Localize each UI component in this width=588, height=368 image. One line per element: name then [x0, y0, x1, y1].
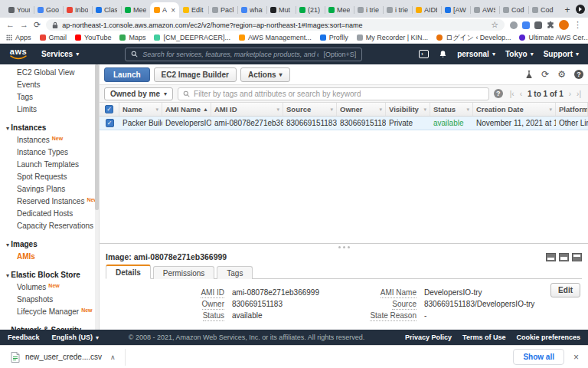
- show-all-downloads-button[interactable]: Show all: [513, 349, 564, 365]
- sidebar-item-instances[interactable]: InstancesNew: [0, 134, 99, 146]
- browser-tab[interactable]: Pack: [208, 2, 237, 18]
- aws-logo[interactable]: aws: [9, 48, 28, 60]
- browser-tab[interactable]: Meet: [121, 2, 150, 18]
- address-bar[interactable]: ap-northeast-1.console.aws.amazon.com/ec…: [46, 19, 505, 31]
- browser-tab[interactable]: AIDE: [412, 2, 441, 18]
- browser-tab[interactable]: [AWS: [441, 2, 470, 18]
- download-item[interactable]: new_user_crede....csv ∧: [9, 349, 126, 366]
- sidebar-item-reserved-instances[interactable]: Reserved InstancesNew: [0, 196, 99, 208]
- refresh-icon[interactable]: ⟳: [541, 70, 549, 79]
- browser-tab-active[interactable]: A×: [150, 2, 179, 18]
- prev-page-icon[interactable]: ‹: [520, 90, 522, 98]
- browser-tab[interactable]: Your: [5, 2, 34, 18]
- extension-icon[interactable]: [510, 21, 518, 29]
- tab-details[interactable]: Details: [106, 264, 151, 279]
- column-header-creation-date[interactable]: Creation Date▾: [473, 103, 556, 116]
- browser-tab[interactable]: what: [237, 2, 266, 18]
- pane-layout-top-icon[interactable]: [572, 253, 582, 261]
- browser-tab[interactable]: i trie: [354, 2, 383, 18]
- column-header-owner[interactable]: Owner▾: [337, 103, 386, 116]
- next-page-icon[interactable]: ›: [569, 90, 571, 98]
- close-download-bar-icon[interactable]: ×: [573, 352, 579, 363]
- browser-tab[interactable]: (21): [296, 2, 325, 18]
- sidebar-section-elastic-block-store[interactable]: Elastic Block Store: [0, 269, 99, 281]
- sidebar-item-ec2-global-view[interactable]: EC2 Global View: [0, 67, 99, 79]
- back-icon[interactable]: ←: [6, 21, 15, 29]
- filter-search-input[interactable]: Filter by tags and attributes or search …: [178, 87, 489, 100]
- column-header-ami-name[interactable]: AMI Name▲: [162, 103, 211, 116]
- browser-tab[interactable]: Meet: [325, 2, 354, 18]
- profile-avatar[interactable]: [559, 20, 569, 30]
- browser-tab[interactable]: Cod: [499, 2, 528, 18]
- tab-permissions[interactable]: Permissions: [153, 266, 214, 279]
- bookmark-star-icon[interactable]: ☆: [491, 21, 498, 29]
- ec2-image-builder-button[interactable]: EC2 Image Builder: [154, 67, 237, 82]
- column-header-status[interactable]: Status▾: [430, 103, 473, 116]
- region-menu[interactable]: Tokyo▾: [505, 50, 534, 58]
- sidebar-section-instances[interactable]: Instances: [0, 122, 99, 134]
- account-menu[interactable]: personal▾: [457, 50, 495, 58]
- sidebar-item-savings-plans[interactable]: Savings Plans: [0, 183, 99, 196]
- pane-layout-split-icon[interactable]: [559, 253, 569, 261]
- sidebar-item-launch-templates[interactable]: Launch Templates: [0, 159, 99, 171]
- cookie-preferences-link[interactable]: Cookie preferences: [516, 334, 580, 341]
- column-header-name[interactable]: Name▾: [119, 103, 162, 116]
- sidebar-item-instance-types[interactable]: Instance Types: [0, 146, 99, 159]
- bookmark[interactable]: Maps: [119, 34, 145, 41]
- browser-tab[interactable]: AWS: [470, 2, 499, 18]
- translate-extension-icon[interactable]: [522, 21, 530, 29]
- actions-button[interactable]: Actions▾: [240, 67, 290, 82]
- help-icon[interactable]: ?: [574, 70, 583, 79]
- browser-tab[interactable]: Clas: [92, 2, 121, 18]
- sidebar-item-capacity-reservations[interactable]: Capacity Reservations: [0, 220, 99, 232]
- extension-icon[interactable]: [534, 21, 542, 29]
- bookmark[interactable]: YouTube: [75, 34, 111, 41]
- sidebar-section-images[interactable]: Images: [0, 238, 99, 251]
- caret-up-icon[interactable]: ∧: [110, 353, 116, 361]
- notifications-bell-icon[interactable]: [439, 50, 447, 59]
- forward-icon[interactable]: →: [20, 21, 28, 29]
- bookmark[interactable]: ログイン ‹ Develop...: [436, 33, 511, 43]
- bookmark[interactable]: [CM_DEEPRACER]...: [154, 34, 230, 41]
- browser-tab[interactable]: Mut: [266, 2, 296, 18]
- bookmark-apps[interactable]: Apps: [6, 34, 31, 41]
- language-selector[interactable]: English (US)▾: [52, 334, 100, 341]
- select-all-checkbox[interactable]: ✓: [105, 105, 113, 113]
- launch-button[interactable]: Launch: [104, 67, 150, 82]
- cloudshell-icon[interactable]: ›: [419, 50, 429, 58]
- new-experience-flask-icon[interactable]: [525, 70, 533, 79]
- edit-button[interactable]: Edit: [550, 283, 580, 297]
- ami-table-row-selected[interactable]: ✓ Packer Builder DevelopersIO-try ami-08…: [100, 117, 588, 130]
- sidebar-item-tags[interactable]: Tags: [0, 91, 99, 104]
- filter-help-icon[interactable]: ?: [494, 89, 503, 98]
- sidebar-item-events[interactable]: Events: [0, 79, 99, 91]
- sidebar-item-amis[interactable]: AMIs: [0, 251, 99, 263]
- column-header-ami-id[interactable]: AMI ID▾: [211, 103, 283, 116]
- sidebar-item-lifecycle-manager[interactable]: Lifecycle ManagerNew: [0, 306, 99, 318]
- tab-search-icon[interactable]: [576, 5, 585, 14]
- bookmark[interactable]: Gmail: [40, 34, 67, 41]
- browser-tab[interactable]: Edit: [179, 2, 208, 18]
- splitter-handle[interactable]: [100, 243, 588, 250]
- puzzle-icon[interactable]: [547, 21, 554, 29]
- bookmark[interactable]: AWS Management...: [239, 34, 312, 41]
- browser-tab[interactable]: Goog: [34, 2, 63, 18]
- feedback-button[interactable]: Feedback: [8, 334, 40, 341]
- column-header-visibility[interactable]: Visibility▾: [386, 103, 430, 116]
- browser-menu-icon[interactable]: ⋮: [573, 21, 582, 29]
- reload-icon[interactable]: ⟳: [34, 21, 41, 29]
- pane-layout-bottom-icon[interactable]: [546, 253, 556, 261]
- bookmark[interactable]: Proflly: [320, 34, 348, 41]
- tab-tags[interactable]: Tags: [217, 266, 253, 279]
- browser-tab[interactable]: i trie: [383, 2, 412, 18]
- gear-icon[interactable]: ⚙: [557, 70, 566, 79]
- first-page-icon[interactable]: |‹: [510, 90, 514, 98]
- new-tab-button[interactable]: +: [560, 3, 574, 17]
- privacy-policy-link[interactable]: Privacy Policy: [405, 334, 452, 341]
- services-menu[interactable]: Services▾: [41, 50, 79, 58]
- column-header-source[interactable]: Source▾: [283, 103, 337, 116]
- bookmark[interactable]: Ultimate AWS Cer...: [519, 34, 588, 41]
- browser-tab[interactable]: Cod: [528, 2, 557, 18]
- sidebar-item-limits[interactable]: Limits: [0, 104, 99, 116]
- sidebar-scrollbar[interactable]: [95, 64, 99, 330]
